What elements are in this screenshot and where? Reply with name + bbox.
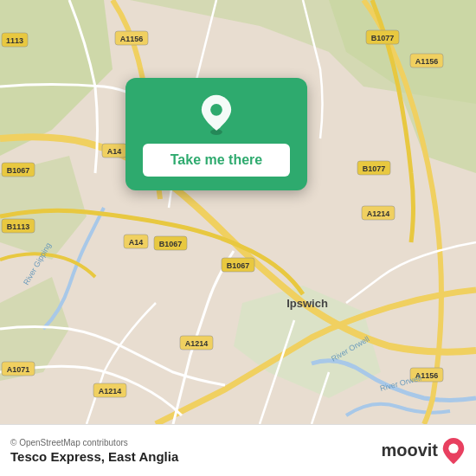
svg-text:A1071: A1071 [7,365,30,374]
svg-text:Ipswich: Ipswich [286,297,328,310]
moovit-brand-text: moovit [381,441,438,460]
svg-text:1113: 1113 [6,36,23,45]
svg-text:A1214: A1214 [99,387,122,396]
svg-text:A14: A14 [107,147,122,156]
svg-text:A1214: A1214 [367,209,390,218]
svg-text:A1214: A1214 [185,339,209,348]
take-me-there-button[interactable]: Take me there [143,144,290,177]
map-container: A14 A14 A1156 A1156 A1156 B1077 B1077 B1… [0,0,476,424]
moovit-pin-icon [441,437,466,465]
svg-text:B1077: B1077 [371,34,395,42]
svg-text:A1156: A1156 [415,57,439,66]
location-name: Tesco Express, East Anglia [10,449,178,464]
location-card: Take me there [125,78,307,190]
location-pin-icon [196,93,237,135]
osm-credit: © OpenStreetMap contributors [10,438,178,447]
svg-text:B1077: B1077 [363,164,386,173]
svg-text:B1113: B1113 [7,222,30,231]
moovit-logo: moovit [381,437,466,465]
svg-text:B1067: B1067 [7,166,30,175]
bottom-info: © OpenStreetMap contributors Tesco Expre… [10,438,178,464]
svg-point-44 [210,104,222,116]
svg-text:B1067: B1067 [227,261,250,270]
svg-text:A14: A14 [129,238,144,247]
svg-point-45 [448,443,458,453]
svg-text:B1067: B1067 [159,240,183,248]
bottom-bar: © OpenStreetMap contributors Tesco Expre… [0,424,476,476]
svg-text:A1156: A1156 [120,35,144,43]
